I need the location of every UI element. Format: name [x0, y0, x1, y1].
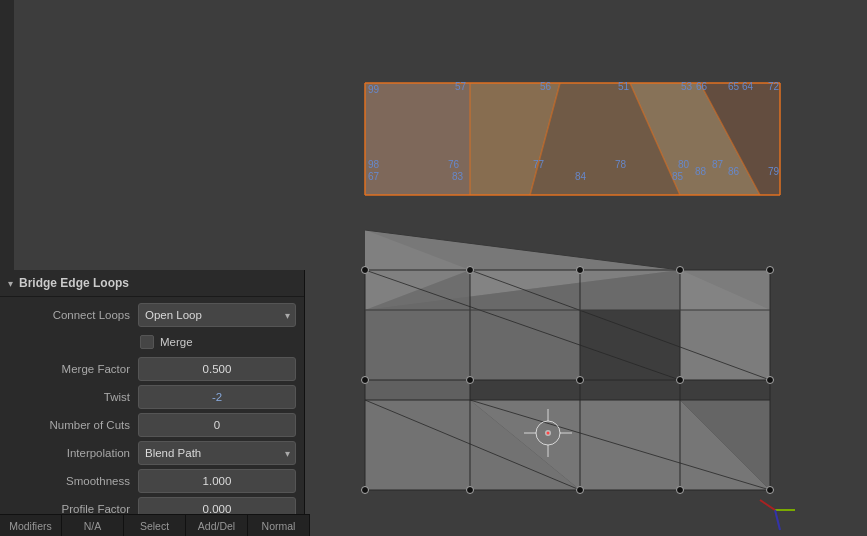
merge-row: Merge [0, 329, 304, 355]
svg-point-48 [767, 267, 774, 274]
connect-loops-label: Connect Loops [8, 309, 138, 321]
svg-point-47 [677, 267, 684, 274]
side-labels [0, 0, 14, 270]
svg-point-45 [467, 267, 474, 274]
svg-text:79: 79 [768, 166, 780, 177]
num-cuts-field[interactable]: 0 [138, 413, 296, 437]
svg-text:84: 84 [575, 171, 587, 182]
twist-label: Twist [8, 391, 138, 403]
merge-factor-control[interactable]: 0.500 [138, 357, 296, 381]
merge-factor-row: Merge Factor 0.500 [0, 355, 304, 383]
svg-point-46 [577, 267, 584, 274]
svg-point-56 [577, 487, 584, 494]
smoothness-field[interactable]: 1.000 [138, 469, 296, 493]
tab-modifiers[interactable]: Modifiers [0, 515, 62, 536]
tab-add-del[interactable]: Add/Del [186, 515, 248, 536]
svg-point-50 [467, 377, 474, 384]
twist-field[interactable]: -2 [138, 385, 296, 409]
connect-loops-row: Connect Loops Open Loop [0, 301, 304, 329]
merge-factor-field[interactable]: 0.500 [138, 357, 296, 381]
panel-body: Connect Loops Open Loop Merge Merge Fact… [0, 297, 304, 536]
svg-text:88: 88 [695, 166, 707, 177]
merge-checkbox[interactable] [140, 335, 154, 349]
num-cuts-label: Number of Cuts [8, 419, 138, 431]
connect-loops-select[interactable]: Open Loop [138, 303, 296, 327]
svg-point-51 [577, 377, 584, 384]
svg-text:57: 57 [455, 81, 467, 92]
smoothness-control[interactable]: 1.000 [138, 469, 296, 493]
panel-header[interactable]: ▾ Bridge Edge Loops [0, 270, 304, 297]
svg-text:65: 65 [728, 81, 740, 92]
svg-text:86: 86 [728, 166, 740, 177]
panel-collapse-arrow: ▾ [8, 278, 13, 289]
svg-text:98: 98 [368, 159, 380, 170]
svg-text:53: 53 [681, 81, 693, 92]
svg-text:85: 85 [672, 171, 684, 182]
tool-panel: ▾ Bridge Edge Loops Connect Loops Open L… [0, 270, 305, 536]
svg-text:80: 80 [678, 159, 690, 170]
svg-text:64: 64 [742, 81, 754, 92]
svg-point-54 [362, 487, 369, 494]
svg-point-49 [362, 377, 369, 384]
panel-title: Bridge Edge Loops [19, 276, 129, 290]
svg-text:56: 56 [540, 81, 552, 92]
num-cuts-control[interactable]: 0 [138, 413, 296, 437]
svg-point-52 [677, 377, 684, 384]
merge-label: Merge [160, 336, 193, 348]
num-cuts-row: Number of Cuts 0 [0, 411, 304, 439]
twist-control[interactable]: -2 [138, 385, 296, 409]
twist-row: Twist -2 [0, 383, 304, 411]
tab-select[interactable]: Select [124, 515, 186, 536]
svg-point-65 [547, 432, 550, 435]
svg-text:77: 77 [533, 159, 545, 170]
svg-point-44 [362, 267, 369, 274]
connect-loops-control[interactable]: Open Loop [138, 303, 296, 327]
smoothness-row: Smoothness 1.000 [0, 467, 304, 495]
smoothness-label: Smoothness [8, 475, 138, 487]
interpolation-select[interactable]: Blend Path [138, 441, 296, 465]
interpolation-row: Interpolation Blend Path [0, 439, 304, 467]
svg-text:78: 78 [615, 159, 627, 170]
interpolation-label: Interpolation [8, 447, 138, 459]
svg-text:99: 99 [368, 84, 380, 95]
svg-text:83: 83 [452, 171, 464, 182]
svg-point-53 [767, 377, 774, 384]
tab-normal[interactable]: Normal [248, 515, 310, 536]
svg-point-58 [767, 487, 774, 494]
svg-text:87: 87 [712, 159, 724, 170]
tab-na[interactable]: N/A [62, 515, 124, 536]
bottom-tabs: Modifiers N/A Select Add/Del Normal [0, 514, 310, 536]
interpolation-control[interactable]: Blend Path [138, 441, 296, 465]
svg-text:76: 76 [448, 159, 460, 170]
svg-text:72: 72 [768, 81, 780, 92]
svg-point-55 [467, 487, 474, 494]
svg-point-57 [677, 487, 684, 494]
svg-text:51: 51 [618, 81, 630, 92]
svg-text:66: 66 [696, 81, 708, 92]
svg-text:67: 67 [368, 171, 380, 182]
merge-factor-label: Merge Factor [8, 363, 138, 375]
